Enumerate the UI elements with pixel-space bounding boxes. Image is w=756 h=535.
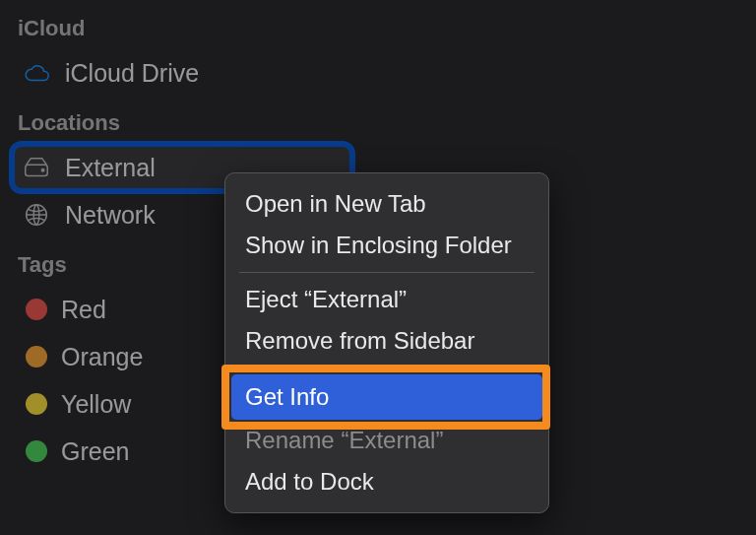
menu-open-new-tab[interactable]: Open in New Tab (225, 183, 548, 225)
sidebar-item-icloud-drive[interactable]: iCloud Drive (12, 49, 352, 97)
context-menu: Open in New Tab Show in Enclosing Folder… (224, 172, 549, 513)
drive-icon (22, 153, 51, 182)
menu-remove-from-sidebar[interactable]: Remove from Sidebar (225, 320, 548, 362)
menu-separator (239, 272, 535, 273)
globe-icon (22, 200, 51, 230)
cloud-icon (22, 58, 51, 88)
menu-rename[interactable]: Rename “External” (225, 420, 548, 461)
menu-eject[interactable]: Eject “External” (225, 279, 548, 320)
svg-point-1 (41, 169, 43, 171)
menu-add-to-dock[interactable]: Add to Dock (225, 461, 548, 502)
menu-separator (239, 368, 535, 368)
tag-dot-icon (26, 440, 47, 462)
finder-window: iCloud iCloud Drive Locations External N… (0, 0, 756, 535)
sidebar-section-locations: Locations (12, 97, 352, 144)
menu-show-enclosing-folder[interactable]: Show in Enclosing Folder (225, 225, 548, 266)
tag-dot-icon (26, 346, 47, 368)
menu-get-info[interactable]: Get Info (231, 374, 542, 420)
sidebar-item-label: iCloud Drive (65, 59, 343, 88)
tag-dot-icon (26, 299, 47, 320)
tag-dot-icon (26, 393, 47, 415)
sidebar-section-icloud: iCloud (12, 12, 352, 49)
